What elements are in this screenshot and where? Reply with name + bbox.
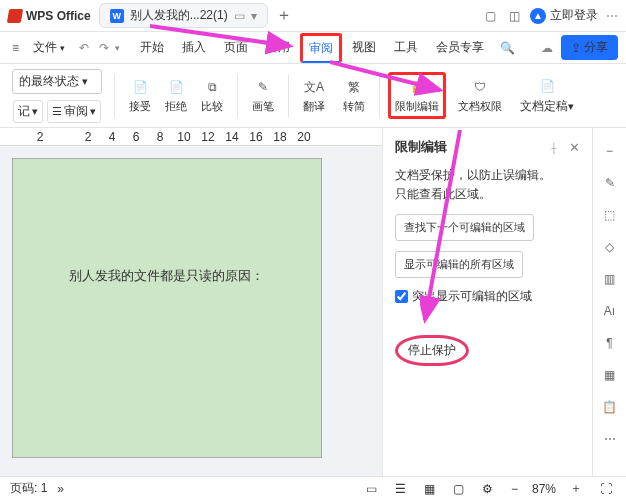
menu-page[interactable]: 页面 (216, 33, 256, 62)
page: 别人发我的文件都是只读的原因： (12, 158, 322, 458)
ruler: 22468101214161820 (0, 128, 382, 146)
document-area[interactable]: 22468101214161820 别人发我的文件都是只读的原因： (0, 128, 382, 476)
view-mode-2-icon[interactable]: ☰ (391, 482, 410, 496)
menu-hamburger-icon[interactable]: ≡ (8, 41, 23, 55)
menu-start[interactable]: 开始 (132, 33, 172, 62)
close-icon[interactable]: ✕ (569, 140, 580, 155)
layers-icon[interactable]: ▥ (601, 270, 619, 288)
redo-icon[interactable]: ↷ (95, 41, 113, 55)
accept-icon: 📄 (130, 77, 150, 97)
restrict-edit-button[interactable]: 🔒限制编辑 (388, 72, 446, 119)
convert-icon: 繁 (344, 77, 364, 97)
highlight-label: 突出显示可编辑的区域 (412, 288, 532, 305)
pin-icon[interactable]: ⟊ (550, 140, 558, 155)
minus-icon[interactable]: − (601, 142, 619, 160)
page-number[interactable]: 页码: 1 (10, 480, 47, 497)
menu-view[interactable]: 视图 (344, 33, 384, 62)
avatar-icon: ▲ (530, 8, 546, 24)
app-logo: WPS Office (8, 9, 91, 23)
word-icon: W (110, 9, 124, 23)
select-icon[interactable]: ⬚ (601, 206, 619, 224)
menu-insert[interactable]: 插入 (174, 33, 214, 62)
lock-doc-icon: 🔒 (407, 77, 427, 97)
track-dropdown[interactable]: 记▾ (13, 100, 43, 123)
accept-button[interactable]: 📄接受 (123, 73, 157, 118)
fullscreen-icon[interactable]: ⛶ (596, 482, 616, 496)
settings-icon[interactable]: ⚙ (478, 482, 497, 496)
share-icon: ⇪ (571, 41, 581, 55)
view-mode-3-icon[interactable]: ▦ (420, 482, 439, 496)
permissions-button[interactable]: 🛡文档权限 (452, 73, 508, 118)
status-select[interactable]: 的最终状态 ▾ (12, 69, 102, 94)
shape-icon[interactable]: ◇ (601, 238, 619, 256)
compare-button[interactable]: ⧉比较 (195, 73, 229, 118)
review-status-group: 的最终状态 ▾ 记▾ ☰审阅▾ (8, 67, 106, 125)
show-all-regions-button[interactable]: 显示可编辑的所有区域 (395, 251, 523, 278)
file-label: 文件 (33, 39, 57, 56)
chevron-down-icon: ▾ (60, 43, 65, 53)
chevron-down-icon[interactable]: ▾ (115, 43, 120, 53)
translate-icon: 文A (304, 77, 324, 97)
view-mode-1-icon[interactable]: ▭ (362, 482, 381, 496)
stop-protection-button[interactable]: 停止保护 (395, 335, 469, 366)
zoom-out-button[interactable]: − (507, 482, 522, 496)
cloud-icon[interactable]: ☁ (535, 41, 559, 55)
share-button[interactable]: ⇪ 分享 (561, 35, 618, 60)
paragraph-icon[interactable]: ¶ (601, 334, 619, 352)
more-icon[interactable]: ⋯ (606, 9, 618, 23)
restrict-edit-panel: 限制编辑 ⟊ ✕ 文档受保护，以防止误编辑。 只能查看此区域。 查找下一个可编辑… (382, 128, 592, 476)
menu-reference[interactable]: 引用 (258, 33, 298, 62)
zoom-level[interactable]: 87% (532, 482, 556, 496)
more-tools-icon[interactable]: ⋯ (601, 430, 619, 448)
app-name: WPS Office (26, 9, 91, 23)
translate-button[interactable]: 文A翻译 (297, 73, 331, 118)
page-setup-icon[interactable]: ▦ (601, 366, 619, 384)
compare-icon: ⧉ (202, 77, 222, 97)
reject-button[interactable]: 📄拒绝 (159, 73, 193, 118)
zoom-in-button[interactable]: ＋ (566, 480, 586, 497)
clipboard-icon[interactable]: 📋 (601, 398, 619, 416)
finalize-button[interactable]: 📄文档定稿▾ (514, 72, 580, 119)
edit-icon[interactable]: ✎ (601, 174, 619, 192)
new-tab-button[interactable]: ＋ (276, 5, 292, 26)
pen-button[interactable]: ✎画笔 (246, 73, 280, 118)
menu-review[interactable]: 审阅 (300, 33, 342, 63)
login-label: 立即登录 (550, 7, 598, 24)
wps-icon (7, 9, 23, 23)
undo-icon[interactable]: ↶ (75, 41, 93, 55)
find-next-region-button[interactable]: 查找下一个可编辑的区域 (395, 214, 534, 241)
cube-icon[interactable]: ◫ (506, 8, 522, 24)
window-icon[interactable]: ▢ (482, 8, 498, 24)
file-menu[interactable]: 文件 ▾ (25, 35, 73, 60)
pen-icon: ✎ (253, 77, 273, 97)
reject-icon: 📄 (166, 77, 186, 97)
search-icon[interactable]: 🔍 (494, 41, 521, 55)
review-pane-dropdown[interactable]: ☰审阅▾ (47, 100, 101, 123)
document-text: 别人发我的文件都是只读的原因： (69, 267, 264, 285)
right-toolbar: − ✎ ⬚ ◇ ▥ Aı ¶ ▦ 📋 ⋯ (592, 128, 626, 476)
doc-title: 别人发我的...22(1) (130, 7, 228, 24)
chevron-down-icon[interactable]: ▾ (251, 9, 257, 23)
panel-title: 限制编辑 (395, 138, 447, 156)
login-button[interactable]: ▲ 立即登录 (530, 7, 598, 24)
highlight-regions-checkbox[interactable]: 突出显示可编辑的区域 (395, 288, 580, 305)
doc-tab[interactable]: W 别人发我的...22(1) ▭ ▾ (99, 3, 268, 28)
status-sep: » (57, 482, 64, 496)
panel-desc: 文档受保护，以防止误编辑。 只能查看此区域。 (395, 166, 580, 204)
permission-icon: 🛡 (470, 77, 490, 97)
menu-tools[interactable]: 工具 (386, 33, 426, 62)
view-mode-4-icon[interactable]: ▢ (449, 482, 468, 496)
highlight-checkbox-input[interactable] (395, 290, 408, 303)
tab-overflow-icon[interactable]: ▭ (234, 9, 245, 23)
char-icon[interactable]: Aı (601, 302, 619, 320)
final-icon: 📄 (537, 76, 557, 96)
share-label: 分享 (584, 39, 608, 56)
menu-member[interactable]: 会员专享 (428, 33, 492, 62)
convert-button[interactable]: 繁转简 (337, 73, 371, 118)
